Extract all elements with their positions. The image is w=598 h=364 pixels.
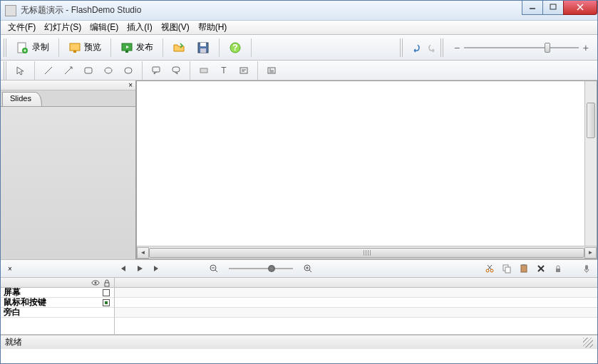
toolbar-grip[interactable] <box>440 38 444 57</box>
slides-list[interactable] <box>1 106 135 259</box>
svg-rect-26 <box>505 267 510 273</box>
track-row[interactable] <box>115 288 597 298</box>
menu-file[interactable]: 文件(F) <box>4 20 40 35</box>
toolbar-grip[interactable] <box>400 38 403 57</box>
vertical-scrollbar[interactable] <box>584 81 597 246</box>
panel-close-button[interactable]: × <box>1 80 135 90</box>
slider-thumb[interactable] <box>268 265 275 272</box>
track-row[interactable] <box>115 298 597 308</box>
open-button[interactable] <box>167 38 190 58</box>
zoom-slider[interactable]: − + <box>448 42 594 53</box>
tab-slides[interactable]: Slides <box>2 92 42 106</box>
play-button[interactable] <box>133 262 146 275</box>
paste-button[interactable] <box>517 262 530 275</box>
folder-open-icon <box>172 41 185 54</box>
help-icon: ? <box>229 41 242 54</box>
menu-help[interactable]: 帮助(H) <box>194 20 232 35</box>
scroll-left-button[interactable]: ◄ <box>137 247 149 259</box>
scrollbar-thumb[interactable] <box>587 103 595 138</box>
rounded-rect-tool[interactable] <box>119 63 138 78</box>
separator <box>110 38 111 57</box>
publish-button[interactable]: 发布 <box>115 38 158 58</box>
ellipse-tool[interactable] <box>99 63 118 78</box>
line-tool[interactable] <box>39 63 58 78</box>
zoom-in-button[interactable] <box>301 262 314 275</box>
timeline-labels: 屏幕 鼠标和按键 旁白 <box>1 278 115 334</box>
zoom-out-button[interactable] <box>207 262 220 275</box>
separator <box>34 61 35 80</box>
callout-tool[interactable] <box>147 63 165 78</box>
resize-grip[interactable] <box>583 338 593 348</box>
preview-button[interactable]: 预览 <box>63 38 106 58</box>
close-button[interactable] <box>563 1 597 15</box>
separator <box>142 61 143 80</box>
copy-button[interactable] <box>500 262 513 275</box>
publish-label: 发布 <box>136 41 153 53</box>
separator <box>219 38 220 57</box>
timeline-tracks[interactable] <box>115 278 597 334</box>
horizontal-scrollbar[interactable]: ◄ ► <box>137 246 597 259</box>
lock-button[interactable] <box>552 262 565 275</box>
separator <box>163 38 163 57</box>
image-tool[interactable] <box>262 63 281 78</box>
menu-slide[interactable]: 幻灯片(S) <box>40 20 86 35</box>
textbox-tool[interactable] <box>234 63 253 78</box>
first-frame-button[interactable] <box>116 262 129 275</box>
balloon-tool[interactable] <box>167 63 185 78</box>
toolbar-grip[interactable] <box>4 38 7 57</box>
redo-button[interactable] <box>425 41 439 55</box>
button-tool[interactable] <box>195 63 213 78</box>
canvas[interactable] <box>137 81 597 246</box>
delete-button[interactable] <box>535 262 547 275</box>
text-tool[interactable]: T <box>215 63 233 78</box>
minimize-button[interactable] <box>522 1 543 15</box>
record-icon <box>16 41 29 54</box>
svg-text:T: T <box>221 66 227 76</box>
scroll-right-button[interactable]: ► <box>584 247 597 259</box>
timeline-zoom-slider[interactable] <box>229 268 293 269</box>
eye-icon[interactable] <box>91 279 100 287</box>
scrollbar-thumb[interactable] <box>149 248 584 258</box>
menu-insert[interactable]: 插入(I) <box>123 20 156 35</box>
timeline-close-button[interactable]: × <box>5 265 15 273</box>
track-checkbox[interactable] <box>103 289 110 296</box>
track-checkbox[interactable] <box>103 299 110 306</box>
separator <box>58 38 59 57</box>
lock-icon[interactable] <box>103 279 111 287</box>
svg-text:?: ? <box>232 43 237 53</box>
record-button[interactable]: 录制 <box>11 38 54 58</box>
pointer-tool[interactable] <box>11 63 30 78</box>
slider-thumb[interactable] <box>545 43 550 53</box>
svg-rect-6 <box>125 51 128 53</box>
arrow-tool[interactable] <box>59 63 78 78</box>
maximize-button[interactable] <box>542 1 564 15</box>
separator <box>257 61 258 80</box>
preview-label: 预览 <box>84 41 101 53</box>
timeline-ruler[interactable] <box>115 278 597 288</box>
rectangle-tool[interactable] <box>79 63 98 78</box>
scrollbar-track[interactable] <box>149 247 584 259</box>
undo-button[interactable] <box>409 41 423 55</box>
menu-view[interactable]: 视图(V) <box>157 20 194 35</box>
svg-rect-29 <box>556 269 560 272</box>
app-icon <box>5 5 16 16</box>
svg-rect-19 <box>240 68 247 73</box>
save-button[interactable] <box>192 38 215 58</box>
last-frame-button[interactable] <box>150 262 163 275</box>
toolbar-grip[interactable] <box>4 61 7 80</box>
zoom-minus-icon[interactable]: − <box>454 42 460 53</box>
main-toolbar: 录制 预览 发布 ? − + <box>1 35 597 61</box>
slider-track[interactable] <box>464 47 579 48</box>
help-button[interactable]: ? <box>224 38 247 58</box>
track-narration[interactable]: 旁白 <box>1 308 114 318</box>
svg-rect-27 <box>521 265 527 272</box>
menu-edit[interactable]: 编辑(E) <box>86 20 123 35</box>
track-row[interactable] <box>115 308 597 318</box>
svg-rect-30 <box>585 265 588 270</box>
cut-button[interactable] <box>483 262 496 275</box>
slides-panel: × Slides <box>1 80 136 259</box>
mic-button[interactable] <box>580 262 593 275</box>
svg-rect-16 <box>172 67 180 72</box>
separator <box>251 38 252 57</box>
zoom-plus-icon[interactable]: + <box>583 42 589 53</box>
